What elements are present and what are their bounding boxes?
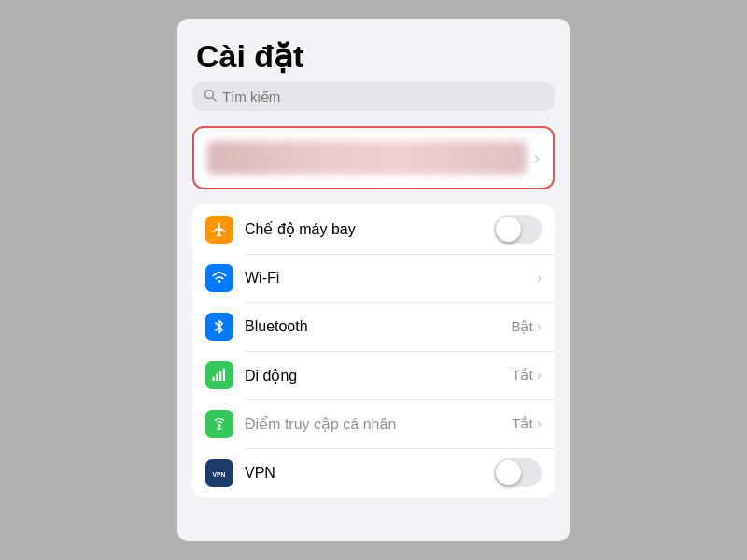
bluetooth-value: Bật [511, 318, 532, 335]
row-label-cellular: Di động [245, 367, 512, 385]
bluetooth-icon [205, 313, 233, 341]
row-label-hotspot: Điểm truy cập cá nhân [245, 415, 512, 433]
cellular-value: Tắt [512, 367, 532, 384]
row-label-bluetooth: Bluetooth [245, 318, 511, 335]
profile-chevron-icon: › [534, 148, 540, 168]
vpn-icon: VPN [205, 459, 233, 487]
phone-frame: Cài đặt › Ch [177, 19, 570, 541]
airplane-icon [205, 216, 233, 244]
bluetooth-chevron-icon: › [537, 318, 542, 335]
wifi-icon [205, 264, 233, 292]
airplane-toggle[interactable] [494, 215, 542, 244]
profile-row[interactable]: › [192, 126, 555, 189]
row-label-vpn: VPN [245, 465, 494, 482]
row-vpn[interactable]: VPN VPN [192, 448, 555, 497]
row-hotspot[interactable]: Điểm truy cập cá nhân Tắt › [192, 399, 555, 448]
row-label-airplane: Chế độ máy bay [245, 220, 494, 238]
svg-rect-3 [216, 374, 218, 382]
settings-page: Cài đặt › Ch [177, 19, 570, 541]
cellular-icon [205, 361, 233, 389]
row-wifi[interactable]: Wi-Fi › [192, 254, 555, 302]
search-input[interactable] [222, 89, 543, 105]
profile-info-blurred [207, 141, 527, 175]
hotspot-chevron-icon: › [537, 415, 542, 432]
settings-section-connectivity: Chế độ máy bay Wi-Fi › [192, 204, 555, 497]
row-cellular[interactable]: Di động Tắt › [192, 351, 555, 399]
wifi-chevron-icon: › [537, 270, 542, 287]
search-icon [204, 89, 217, 105]
cellular-chevron-icon: › [537, 367, 542, 384]
svg-rect-5 [223, 369, 225, 382]
vpn-toggle[interactable] [494, 458, 542, 487]
row-label-wifi: Wi-Fi [245, 270, 537, 287]
svg-rect-4 [219, 371, 221, 382]
row-airplane[interactable]: Chế độ máy bay [192, 204, 555, 254]
svg-rect-2 [213, 377, 215, 382]
row-bluetooth[interactable]: Bluetooth Bật › [192, 302, 555, 351]
hotspot-value: Tắt [512, 415, 532, 432]
hotspot-icon [205, 410, 233, 438]
vpn-toggle-knob [496, 460, 521, 485]
svg-text:VPN: VPN [213, 470, 226, 477]
toggle-knob [496, 217, 521, 242]
svg-line-1 [213, 98, 217, 102]
page-title: Cài đặt [177, 19, 570, 82]
search-bar[interactable] [192, 82, 555, 111]
